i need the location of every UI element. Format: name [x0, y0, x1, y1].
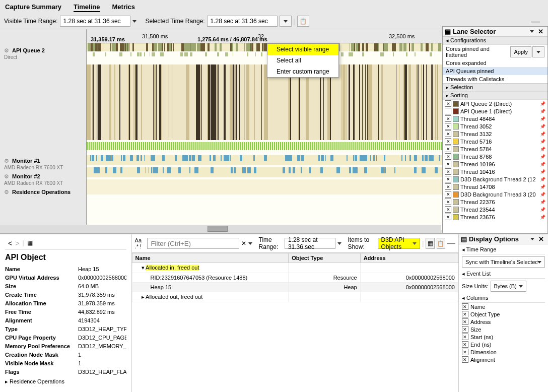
menu-select-all[interactable]: Select all	[267, 55, 338, 66]
column-checkbox-row[interactable]: ✕Size	[462, 325, 545, 333]
config-item[interactable]: Cores pinned and flattened Apply	[443, 45, 547, 59]
lane-item[interactable]: API Queue 1 (Direct)📌	[443, 107, 547, 115]
column-checkbox[interactable]: ✕	[462, 334, 468, 340]
column-checkbox[interactable]: ✕	[462, 311, 468, 317]
pin-icon[interactable]: 📌	[540, 147, 545, 152]
config-item[interactable]: Threads with Callstacks	[443, 75, 547, 83]
filter-dropdown-icon[interactable]	[248, 242, 252, 245]
tab-metrics[interactable]: Metrics	[112, 2, 135, 12]
column-checkbox[interactable]: ✕	[462, 303, 468, 310]
lane-item[interactable]: ✕D3D Background Thread 3 (20📌	[443, 190, 547, 198]
apply-button[interactable]: Apply	[510, 46, 531, 57]
lane-checkbox[interactable]: ✕	[445, 146, 451, 152]
table-row[interactable]: RID:23291607647053 (Resource 1488)Resour…	[132, 273, 458, 283]
close-icon[interactable]: ✕	[536, 28, 545, 35]
pin-icon[interactable]: 📌	[540, 124, 545, 129]
column-checkbox-row[interactable]: ✕Address	[462, 318, 545, 325]
lane-checkbox[interactable]: ✕	[445, 115, 451, 122]
chevron-down-icon[interactable]	[530, 238, 534, 240]
selected-range-value[interactable]: 1.28 sec at 31.36 sec	[207, 16, 278, 27]
pin-icon[interactable]: 📌	[540, 169, 545, 174]
lane-checkbox[interactable]: ✕	[445, 199, 451, 205]
lane-item[interactable]: ✕API Queue 2 (Direct)📌	[443, 100, 547, 107]
visible-range-dropdown-icon[interactable]	[132, 20, 136, 23]
lane-api-queue[interactable]: API Queue 2Direct	[0, 46, 86, 61]
column-checkbox-row[interactable]: ✕Alignment	[462, 356, 545, 363]
clipboard-button[interactable]	[297, 16, 309, 27]
lane-checkbox[interactable]: ✕	[445, 176, 451, 182]
filter-input[interactable]	[147, 238, 239, 249]
visible-range-value[interactable]: 1.28 sec at 31.36 sec	[60, 16, 130, 27]
menu-enter-custom-range[interactable]: Enter custom range	[267, 66, 338, 77]
menu-select-visible-range[interactable]: Select visible range	[267, 44, 338, 55]
sorting-header[interactable]: ▸ Sorting	[443, 92, 547, 100]
lane-residence[interactable]: Residence Operations	[0, 188, 86, 197]
pin-icon[interactable]: 📌	[540, 154, 545, 159]
pin-icon[interactable]: 📌	[540, 200, 545, 205]
column-checkbox-row[interactable]: ✕End (ns)	[462, 341, 545, 348]
lane-checkbox[interactable]: ✕	[445, 161, 451, 167]
events-minimize-icon[interactable]: —	[447, 239, 455, 248]
lane-item[interactable]: ✕Thread 3052📌	[443, 122, 547, 130]
minimize-icon[interactable]: —	[531, 16, 544, 27]
config-item[interactable]: Cores expanded	[443, 59, 547, 67]
pin-icon[interactable]: 📌	[540, 162, 545, 167]
col-name[interactable]: Name	[132, 253, 289, 263]
lane-checkbox[interactable]: ✕	[445, 130, 451, 137]
lane-checkbox[interactable]: ✕	[445, 183, 451, 190]
clear-filter-icon[interactable]: ✕	[241, 240, 246, 247]
event-list-section[interactable]: ◂ Event List	[462, 270, 545, 279]
size-units-combo[interactable]: Bytes (B)	[491, 281, 526, 292]
pin-icon[interactable]: 📌	[540, 184, 545, 189]
lane-checkbox[interactable]: ✕	[445, 191, 451, 198]
lane-item[interactable]: ✕Thread 5716📌	[443, 138, 547, 145]
col-address[interactable]: Address	[360, 253, 458, 263]
column-checkbox[interactable]: ✕	[462, 349, 468, 355]
lane-item[interactable]: ✕Thread 10196📌	[443, 160, 547, 168]
close-icon[interactable]: ✕	[536, 235, 546, 243]
lane-checkbox[interactable]: ✕	[445, 138, 451, 145]
events-clipboard-icon[interactable]	[437, 238, 445, 249]
lane-monitor-2[interactable]: Monitor #2AMD Radeon RX 7600 XT	[0, 172, 86, 187]
lane-checkbox[interactable]: ✕	[445, 123, 451, 129]
lane-checkbox[interactable]: ✕	[445, 206, 451, 213]
col-object-type[interactable]: Object Type	[289, 253, 360, 263]
selection-header[interactable]: ▸ Selection	[443, 84, 547, 92]
lane-item[interactable]: ✕D3D Background Thread 2 (12📌	[443, 175, 547, 183]
config-dropdown-icon[interactable]	[532, 46, 544, 57]
configurations-header[interactable]: ◂ Configurations	[443, 37, 547, 45]
lane-item[interactable]: ✕Thread 10416📌	[443, 168, 547, 175]
lane-checkbox[interactable]: ✕	[445, 153, 451, 160]
pin-icon[interactable]: 📌	[540, 207, 545, 212]
time-range-section[interactable]: ◂ Time Range	[462, 245, 545, 254]
lane-monitor-1[interactable]: Monitor #1AMD Radeon RX 7600 XT	[0, 157, 86, 171]
pin-icon[interactable]: 📌	[540, 177, 545, 182]
regex-toggle[interactable]: Aa .* !	[135, 237, 146, 249]
sync-combo[interactable]: Sync with Timeline's Selected Ran	[462, 256, 545, 268]
column-checkbox[interactable]: ✕	[462, 356, 468, 363]
pin-icon[interactable]: 📌	[540, 109, 545, 114]
column-checkbox-row[interactable]: ✕Name	[462, 303, 545, 310]
lane-item[interactable]: ✕Thread 3132📌	[443, 130, 547, 138]
pin-icon[interactable]: 📌	[540, 116, 545, 121]
timeline-scrollbar[interactable]	[0, 225, 441, 233]
config-item[interactable]: API Queues pinned	[443, 67, 547, 75]
tab-capture-summary[interactable]: Capture Summary	[5, 2, 61, 12]
column-checkbox-row[interactable]: ✕Start (ns)	[462, 333, 545, 341]
lane-checkbox[interactable]: ✕	[445, 100, 451, 107]
pin-icon[interactable]: 📌	[540, 101, 545, 106]
lane-item[interactable]: ✕Thread 23676📌	[443, 213, 547, 221]
pin-icon[interactable]: 📌	[540, 139, 545, 144]
column-checkbox[interactable]: ✕	[462, 326, 468, 333]
column-checkbox-row[interactable]: ✕Dimension	[462, 348, 545, 356]
items-to-show-combo[interactable]: D3D API Objects	[378, 238, 421, 249]
events-time-range-dropdown-icon[interactable]	[337, 242, 341, 245]
table-row[interactable]: ▾ Allocated in, freed out	[132, 263, 458, 273]
lane-item[interactable]: ✕Thread 5784📌	[443, 145, 547, 153]
events-grid-icon[interactable]: ▦	[426, 238, 434, 249]
pin-icon[interactable]: 📌	[540, 215, 545, 220]
selected-range-dropdown-button[interactable]	[280, 16, 292, 27]
lane-item[interactable]: ✕Thread 48484📌	[443, 115, 547, 122]
pin-icon[interactable]: 📌	[540, 132, 545, 137]
detail-view-icon[interactable]: ▦	[27, 239, 33, 247]
